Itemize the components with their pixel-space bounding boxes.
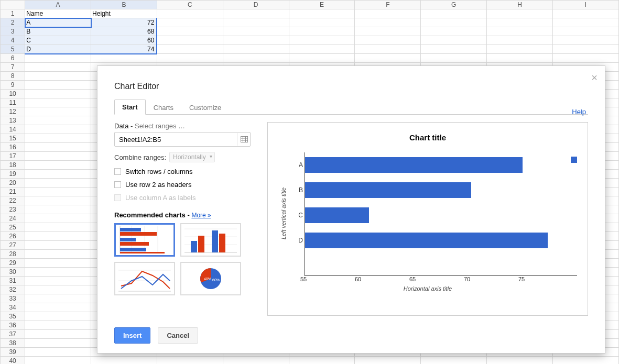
- row-header-13[interactable]: 13: [1, 116, 25, 125]
- cell-C5[interactable]: [157, 45, 223, 54]
- cell-I1[interactable]: [553, 9, 619, 18]
- cell-G3[interactable]: [421, 27, 487, 36]
- cell-C40[interactable]: [157, 357, 223, 365]
- cell-A39[interactable]: [25, 348, 91, 357]
- cell-C3[interactable]: [157, 27, 223, 36]
- cell-E5[interactable]: [289, 45, 355, 54]
- cell-A35[interactable]: [25, 312, 91, 321]
- cell-H4[interactable]: [487, 36, 553, 45]
- cell-A37[interactable]: [25, 330, 91, 339]
- col-header-H[interactable]: H: [487, 1, 553, 9]
- cell-B5[interactable]: 74: [91, 45, 157, 54]
- cell-A26[interactable]: [25, 232, 91, 241]
- cell-F6[interactable]: [355, 54, 421, 63]
- cell-A16[interactable]: [25, 143, 91, 152]
- cell-D4[interactable]: [223, 36, 289, 45]
- cell-A2[interactable]: A: [25, 18, 91, 27]
- row-header-31[interactable]: 31: [1, 277, 25, 285]
- cell-A29[interactable]: [25, 259, 91, 268]
- row-header-26[interactable]: 26: [1, 232, 25, 241]
- row-header-15[interactable]: 15: [1, 134, 25, 143]
- cell-A13[interactable]: [25, 116, 91, 125]
- cell-A22[interactable]: [25, 196, 91, 205]
- thumb-hbar[interactable]: [114, 223, 175, 257]
- col-header-A[interactable]: A: [25, 1, 91, 9]
- row-header-5[interactable]: 5: [1, 45, 25, 54]
- tab-start[interactable]: Start: [114, 100, 146, 115]
- row-header-8[interactable]: 8: [1, 72, 25, 81]
- cell-G5[interactable]: [421, 45, 487, 54]
- use-row2-headers-checkbox[interactable]: [114, 181, 121, 188]
- cell-D40[interactable]: [223, 357, 289, 365]
- cell-A9[interactable]: [25, 81, 91, 90]
- row-header-30[interactable]: 30: [1, 268, 25, 277]
- row-header-12[interactable]: 12: [1, 107, 25, 116]
- row-header-33[interactable]: 33: [1, 294, 25, 303]
- cell-F3[interactable]: [355, 27, 421, 36]
- cell-B2[interactable]: 72: [91, 18, 157, 27]
- cell-A14[interactable]: [25, 125, 91, 134]
- cell-A36[interactable]: [25, 321, 91, 330]
- col-header-E[interactable]: E: [289, 1, 355, 9]
- row-header-24[interactable]: 24: [1, 214, 25, 223]
- switch-rows-cols-checkbox[interactable]: [114, 168, 121, 175]
- row-header-9[interactable]: 9: [1, 81, 25, 90]
- cell-A5[interactable]: D: [25, 45, 91, 54]
- cell-D6[interactable]: [223, 54, 289, 63]
- row-header-28[interactable]: 28: [1, 250, 25, 259]
- cell-E40[interactable]: [289, 357, 355, 365]
- cell-A33[interactable]: [25, 294, 91, 303]
- row-header-17[interactable]: 17: [1, 152, 25, 161]
- row-header-38[interactable]: 38: [1, 339, 25, 348]
- cell-A4[interactable]: C: [25, 36, 91, 45]
- row-header-22[interactable]: 22: [1, 196, 25, 205]
- cell-A18[interactable]: [25, 161, 91, 170]
- cell-A27[interactable]: [25, 241, 91, 250]
- row-header-16[interactable]: 16: [1, 143, 25, 152]
- cell-H1[interactable]: [487, 9, 553, 18]
- cell-A8[interactable]: [25, 72, 91, 81]
- help-link[interactable]: Help: [572, 108, 586, 116]
- cell-I2[interactable]: [553, 18, 619, 27]
- cell-C4[interactable]: [157, 36, 223, 45]
- cell-H40[interactable]: [487, 357, 553, 365]
- cell-A7[interactable]: [25, 63, 91, 72]
- cell-A3[interactable]: B: [25, 27, 91, 36]
- cell-H5[interactable]: [487, 45, 553, 54]
- cell-G40[interactable]: [421, 357, 487, 365]
- cell-A1[interactable]: Name: [25, 9, 91, 18]
- cell-A10[interactable]: [25, 90, 91, 98]
- data-range-input[interactable]: [115, 136, 237, 144]
- cell-I5[interactable]: [553, 45, 619, 54]
- cell-G2[interactable]: [421, 18, 487, 27]
- cell-G6[interactable]: [421, 54, 487, 63]
- col-header-C[interactable]: C: [157, 1, 223, 9]
- col-header-B[interactable]: B: [91, 1, 157, 9]
- insert-button[interactable]: Insert: [114, 327, 150, 344]
- row-header-37[interactable]: 37: [1, 330, 25, 339]
- col-header-I[interactable]: I: [553, 1, 619, 9]
- row-header-3[interactable]: 3: [1, 27, 25, 36]
- cell-C1[interactable]: [157, 9, 223, 18]
- tab-charts[interactable]: Charts: [146, 100, 181, 115]
- cell-A15[interactable]: [25, 134, 91, 143]
- row-header-1[interactable]: 1: [1, 9, 25, 18]
- cell-G1[interactable]: [421, 9, 487, 18]
- cell-H3[interactable]: [487, 27, 553, 36]
- cell-A30[interactable]: [25, 268, 91, 277]
- row-header-36[interactable]: 36: [1, 321, 25, 330]
- cell-A40[interactable]: [25, 357, 91, 365]
- cell-I6[interactable]: [553, 54, 619, 63]
- cell-E6[interactable]: [289, 54, 355, 63]
- row-header-6[interactable]: 6: [1, 54, 25, 63]
- cell-F1[interactable]: [355, 9, 421, 18]
- row-header-23[interactable]: 23: [1, 205, 25, 214]
- cell-A11[interactable]: [25, 98, 91, 107]
- row-header-7[interactable]: 7: [1, 63, 25, 72]
- row-header-29[interactable]: 29: [1, 259, 25, 268]
- cell-C2[interactable]: [157, 18, 223, 27]
- row-header-19[interactable]: 19: [1, 170, 25, 179]
- row-header-25[interactable]: 25: [1, 223, 25, 232]
- cell-E3[interactable]: [289, 27, 355, 36]
- thumb-vbar[interactable]: [180, 223, 241, 257]
